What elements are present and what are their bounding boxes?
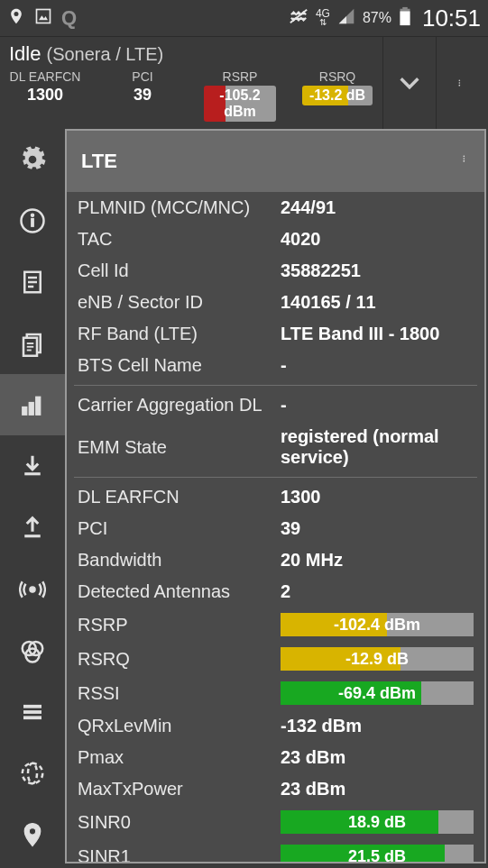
svg-point-37 <box>464 156 465 158</box>
sidebar-item-upload[interactable] <box>0 497 65 558</box>
sidebar-item-antenna[interactable] <box>0 559 65 620</box>
panel-menu-button[interactable] <box>463 147 470 176</box>
row-dlearfcn: DL EARFCN1300 <box>67 481 484 513</box>
hdr-metric-pci: PCI 39 <box>106 69 179 122</box>
svg-marker-4 <box>339 16 346 23</box>
svg-point-9 <box>459 82 461 84</box>
row-cellid: Cell Id35882251 <box>67 255 484 287</box>
menu-button[interactable] <box>436 37 489 129</box>
main-panel: LTE PLMNID (MCC/MNC)244/91 TAC4020 Cell … <box>65 129 486 863</box>
row-pmax: Pmax23 dBm <box>67 742 484 773</box>
svg-marker-1 <box>39 15 48 20</box>
row-qrx: QRxLevMin-132 dBm <box>67 710 484 742</box>
bar-rssi: -69.4 dBm <box>281 681 474 705</box>
hdr-metric-dlearfcn: DL EARFCN 1300 <box>9 69 81 122</box>
svg-point-39 <box>464 160 465 162</box>
hdr-metric-rsrq: RSRQ -13.2 dB <box>301 69 373 122</box>
svg-rect-6 <box>400 11 410 25</box>
sidebar-item-list[interactable] <box>0 681 65 743</box>
row-rfband: RF Band (LTE)LTE Band III - 1800 <box>67 318 484 350</box>
sidebar-item-download[interactable] <box>0 435 65 497</box>
bar-sinr0: 18.9 dB <box>281 810 474 834</box>
row-sinr0: SINR018.9 dB <box>67 805 484 839</box>
svg-rect-23 <box>23 407 27 416</box>
svg-rect-24 <box>29 403 33 416</box>
connection-state: Idle (Sonera / LTE) <box>9 42 373 66</box>
svg-point-13 <box>31 214 33 216</box>
sidebar-item-info[interactable] <box>0 190 65 251</box>
row-enb: eNB / Sector ID140165 / 11 <box>67 287 484 318</box>
battery-icon <box>399 6 411 31</box>
sidebar-item-venn[interactable] <box>0 620 65 681</box>
svg-point-35 <box>23 763 43 784</box>
row-maxtx: MaxTxPower23 dBm <box>67 773 484 805</box>
panel-title: LTE <box>81 150 117 173</box>
sidebar-item-location[interactable] <box>0 804 65 865</box>
divider <box>74 385 477 386</box>
app-icon: Q <box>61 6 77 30</box>
clock: 10:51 <box>422 5 481 32</box>
row-plmnid: PLMNID (MCC/MNC)244/91 <box>67 192 484 224</box>
row-tac: TAC4020 <box>67 224 484 255</box>
svg-rect-12 <box>32 219 34 227</box>
row-ant: Detected Antennas2 <box>67 576 484 608</box>
row-cadl: Carrier Aggregation DL- <box>67 389 484 421</box>
sidebar <box>0 129 65 865</box>
sidebar-item-globe[interactable] <box>0 743 65 804</box>
row-emm: EMM Stateregistered (normal service) <box>67 421 484 473</box>
bar-rsrq: -12.9 dB <box>281 647 474 671</box>
hdr-metric-rsrp: RSRP -105.2 dBm <box>204 69 276 122</box>
data-scroll[interactable]: PLMNID (MCC/MNC)244/91 TAC4020 Cell Id35… <box>67 192 484 862</box>
svg-point-36 <box>28 763 37 784</box>
battery-percent: 87% <box>363 10 391 26</box>
svg-rect-7 <box>402 6 408 9</box>
row-bw: Bandwidth20 MHz <box>67 544 484 576</box>
gallery-icon <box>34 7 52 30</box>
sidebar-item-signal[interactable] <box>0 374 65 435</box>
svg-point-10 <box>459 85 461 87</box>
svg-rect-25 <box>36 397 41 416</box>
svg-point-38 <box>464 158 465 160</box>
row-rsrp: RSRP-102.4 dBm <box>67 608 484 642</box>
row-rssi: RSSI-69.4 dBm <box>67 676 484 710</box>
svg-rect-0 <box>37 9 51 23</box>
bar-sinr1: 21.5 dB <box>281 845 474 862</box>
sidebar-item-notes[interactable] <box>0 251 65 313</box>
signal-icon <box>337 7 355 30</box>
sidebar-item-clipboard[interactable] <box>0 313 65 374</box>
svg-point-8 <box>459 80 461 82</box>
row-btscell: BTS Cell Name- <box>67 350 484 381</box>
vibrate-icon <box>289 6 308 31</box>
panel-header: LTE <box>67 131 484 192</box>
location-icon <box>7 7 25 30</box>
row-rsrq: RSRQ-12.9 dB <box>67 642 484 676</box>
row-pci: PCI39 <box>67 513 484 544</box>
divider <box>74 477 477 478</box>
expand-button[interactable] <box>382 37 436 129</box>
carrier-label: (Sonera / LTE) <box>46 44 163 65</box>
row-sinr1: SINR121.5 dB <box>67 839 484 862</box>
bar-rsrp: -102.4 dBm <box>281 613 474 636</box>
mode-label: Idle <box>9 42 41 66</box>
svg-point-28 <box>30 586 35 591</box>
app-header: Idle (Sonera / LTE) DL EARFCN 1300 PCI 3… <box>0 36 488 129</box>
network-type: 4G ⇅ <box>316 10 330 26</box>
sidebar-item-settings[interactable] <box>0 129 65 190</box>
android-status-bar: Q 4G ⇅ 87% 10:51 <box>0 0 488 36</box>
